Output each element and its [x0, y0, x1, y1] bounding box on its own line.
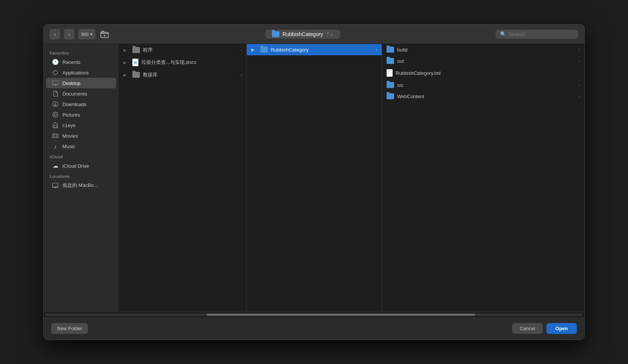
folder-icon-out [387, 58, 394, 64]
sidebar-item-movies[interactable]: Movies [46, 130, 116, 141]
location-folder-icon [272, 31, 279, 37]
file-row-docx[interactable]: ▶ W 垃圾分类查...与实现.docx [119, 56, 246, 69]
doc-icon-docx: W [132, 59, 138, 66]
locations-section-title: Locations [44, 171, 118, 180]
movies-icon [52, 132, 59, 139]
sidebar-item-label: Pictures [62, 112, 80, 118]
folder-icon-chengxu [132, 47, 140, 53]
sidebar-item-label: Documents [62, 91, 87, 97]
pane-expand-arrow: ▶ [123, 48, 129, 53]
svg-rect-1 [52, 80, 58, 85]
view-chevron-icon: ▾ [90, 32, 93, 37]
scrollbar-track[interactable] [45, 314, 583, 316]
file-pane-2: ▶ RubbishCategory › [247, 44, 382, 312]
search-icon: 🔍 [500, 31, 506, 37]
horizontal-scrollbar[interactable] [44, 312, 584, 317]
chevron-right-icon: › [240, 48, 242, 52]
sidebar-item-label: Movies [62, 133, 78, 139]
sidebar-item-downloads[interactable]: Downloads [46, 99, 116, 109]
sidebar-item-desktop[interactable]: Desktop [46, 78, 116, 88]
svg-rect-5 [54, 126, 56, 128]
chevron-right-icon: › [578, 47, 580, 52]
chevron-right-icon: › [578, 94, 580, 99]
location-chevron-icon: ⌃⌄ [326, 32, 334, 37]
new-folder-toolbar-button[interactable] [99, 29, 110, 39]
file-row-webcontent[interactable]: WebContent › [382, 91, 584, 102]
folder-icon-shujuku [132, 72, 140, 78]
pictures-icon [52, 111, 59, 118]
forward-button[interactable]: › [64, 29, 74, 39]
sidebar-item-documents[interactable]: Documents [46, 88, 116, 99]
pane-expand-arrow: ▶ [123, 60, 129, 65]
sidebar-item-label: Music [62, 144, 75, 149]
music-icon: ♪ [52, 143, 59, 150]
bottom-actions: Cancel Open [512, 323, 577, 334]
sidebar-item-applications[interactable]: Applications [46, 67, 116, 78]
file-panes: ▶ 程序 › ▶ W 垃圾分类查...与实现.docx ▶ 数据库 › [119, 44, 584, 312]
chevron-right-icon: › [240, 73, 242, 77]
file-pane-3: build › out › RubbishCategory.iml src › [382, 44, 584, 312]
sidebar-item-music[interactable]: ♪ Music [46, 141, 116, 152]
file-name: 数据库 [143, 71, 237, 78]
recents-icon: 🕐 [52, 59, 59, 65]
file-row-src[interactable]: src › [382, 79, 584, 91]
svg-point-4 [54, 114, 56, 116]
search-bar: 🔍 [496, 30, 578, 39]
cancel-button[interactable]: Cancel [512, 323, 542, 334]
sidebar-item-label: Desktop [62, 80, 80, 86]
back-button[interactable]: ‹ [50, 29, 60, 39]
sidebar-item-label: c1eye [62, 123, 76, 128]
new-folder-button[interactable]: New Folder [51, 323, 88, 334]
content-area: Favorites 🕐 Recents Applications [44, 44, 584, 312]
macbook-icon [52, 182, 59, 189]
location-bar: RubbishCategory ⌃⌄ [114, 30, 492, 39]
sidebar-item-recents[interactable]: 🕐 Recents [46, 57, 116, 67]
sidebar-item-pictures[interactable]: Pictures [46, 109, 116, 120]
file-name: src [397, 82, 575, 88]
sidebar-item-macbook[interactable]: 低盐的 MacBo... [46, 180, 116, 191]
sidebar-item-label: Applications [62, 70, 89, 76]
view-icon: ⊞⊟ [81, 32, 89, 37]
sidebar: Favorites 🕐 Recents Applications [44, 44, 119, 312]
folder-icon-src [387, 82, 394, 88]
folder-icon-build [387, 47, 394, 53]
file-row-out[interactable]: out › [382, 55, 584, 67]
chevron-right-icon: › [578, 83, 580, 87]
bottom-bar: New Folder Cancel Open [44, 317, 584, 340]
svg-rect-11 [53, 183, 58, 187]
sidebar-item-label: 低盐的 MacBo... [62, 182, 98, 189]
sidebar-item-c1eye[interactable]: c1eye [46, 120, 116, 130]
icloud-section-title: iCloud [44, 152, 118, 161]
pane-expand-arrow: ▶ [251, 47, 257, 52]
file-name: 程序 [143, 47, 237, 53]
file-name: RubbishCategory [271, 47, 373, 53]
iml-icon [387, 69, 393, 77]
favorites-section-title: Favorites [44, 48, 118, 57]
search-input[interactable] [508, 31, 574, 37]
c1eye-icon [52, 122, 59, 129]
svg-rect-6 [52, 134, 58, 138]
file-row-shujuku[interactable]: ▶ 数据库 › [119, 69, 246, 81]
file-row-chengxu[interactable]: ▶ 程序 › [119, 44, 246, 56]
file-name: 垃圾分类查...与实现.docx [141, 59, 242, 66]
view-toggle-button[interactable]: ⊞⊟ ▾ [78, 29, 96, 39]
location-name: RubbishCategory [282, 31, 323, 37]
file-pane-1: ▶ 程序 › ▶ W 垃圾分类查...与实现.docx ▶ 数据库 › [119, 44, 247, 312]
scrollbar-thumb[interactable] [206, 314, 475, 316]
sidebar-item-label: Downloads [62, 102, 86, 107]
location-pill[interactable]: RubbishCategory ⌃⌄ [265, 30, 340, 39]
open-button[interactable]: Open [546, 323, 577, 334]
sidebar-item-icloud-drive[interactable]: ☁ iCloud Drive [46, 161, 116, 171]
file-row-rubbishcategory[interactable]: ▶ RubbishCategory › [247, 44, 382, 55]
applications-icon [52, 69, 59, 76]
file-row-build[interactable]: build › [382, 44, 584, 55]
folder-icon-rubbishcategory [260, 47, 268, 53]
chevron-right-icon: › [578, 59, 580, 63]
sidebar-item-label: Recents [62, 59, 80, 65]
downloads-icon [52, 101, 59, 108]
file-name: WebContent [397, 94, 575, 99]
desktop-icon [52, 80, 59, 86]
file-name: RubbishCategory.iml [396, 70, 580, 76]
pane-expand-arrow: ▶ [123, 73, 129, 77]
file-row-iml[interactable]: RubbishCategory.iml [382, 67, 584, 79]
